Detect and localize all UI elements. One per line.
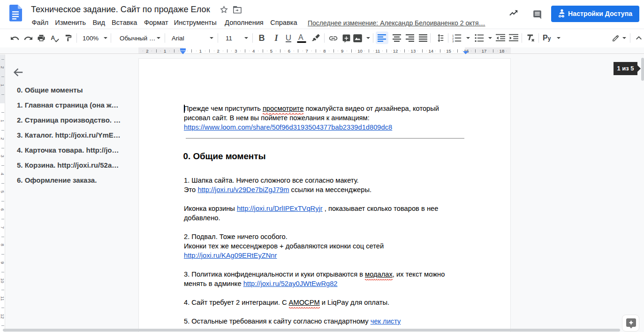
svg-text:3: 3 bbox=[452, 39, 454, 43]
svg-text:A: A bbox=[51, 34, 55, 41]
svg-text:A: A bbox=[298, 33, 303, 41]
